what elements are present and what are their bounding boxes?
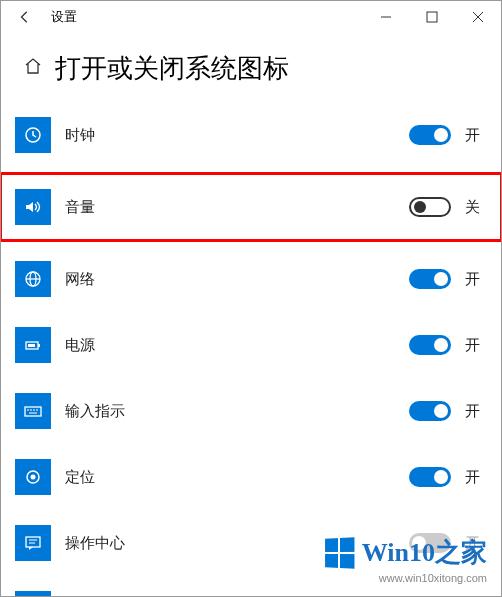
maximize-button[interactable] bbox=[409, 1, 455, 33]
titlebar: 设置 bbox=[1, 1, 501, 33]
toggle-state-label: 开 bbox=[465, 270, 487, 289]
setting-row-power: 电源开 bbox=[15, 320, 487, 370]
watermark-brand: Win10之家 bbox=[362, 535, 487, 570]
setting-row-location: 定位开 bbox=[15, 452, 487, 502]
toggle-state-label: 开 bbox=[465, 402, 487, 421]
toggle-state-label: 开 bbox=[465, 126, 487, 145]
back-button[interactable] bbox=[9, 1, 41, 33]
setting-row-network: 网络开 bbox=[15, 254, 487, 304]
toggle-state-label: 关 bbox=[465, 198, 487, 217]
toggle-state-label: 开 bbox=[465, 336, 487, 355]
minimize-button[interactable] bbox=[363, 1, 409, 33]
home-icon[interactable] bbox=[23, 56, 43, 81]
toggle-power[interactable] bbox=[409, 335, 451, 355]
watermark-url: www.win10xitong.com bbox=[324, 572, 487, 584]
setting-label: 输入指示 bbox=[65, 402, 125, 421]
svg-rect-19 bbox=[26, 537, 40, 547]
action-center-icon bbox=[15, 525, 51, 561]
location-icon bbox=[15, 459, 51, 495]
setting-row-touch-keyboard: 触摸键盘 bbox=[15, 584, 487, 597]
settings-list: 时钟开音量关网络开电源开输入指示开定位开操作中心开触摸键盘 bbox=[1, 110, 501, 597]
svg-rect-9 bbox=[38, 344, 40, 347]
input-indicator-icon bbox=[15, 393, 51, 429]
svg-rect-11 bbox=[25, 407, 41, 416]
network-icon bbox=[15, 261, 51, 297]
svg-rect-1 bbox=[427, 12, 437, 22]
window-title: 设置 bbox=[51, 8, 77, 26]
setting-label: 电源 bbox=[65, 336, 95, 355]
page-header: 打开或关闭系统图标 bbox=[1, 33, 501, 110]
touch-keyboard-icon bbox=[15, 591, 51, 597]
svg-rect-10 bbox=[28, 344, 35, 347]
windows-logo-icon bbox=[325, 537, 354, 569]
setting-row-volume: 音量关 bbox=[3, 176, 499, 238]
volume-icon bbox=[15, 189, 51, 225]
setting-row-input-indicator: 输入指示开 bbox=[15, 386, 487, 436]
setting-label: 网络 bbox=[65, 270, 95, 289]
svg-point-18 bbox=[31, 475, 36, 480]
close-button[interactable] bbox=[455, 1, 501, 33]
toggle-location[interactable] bbox=[409, 467, 451, 487]
toggle-volume[interactable] bbox=[409, 197, 451, 217]
page-title: 打开或关闭系统图标 bbox=[55, 51, 289, 86]
setting-label: 操作中心 bbox=[65, 534, 125, 553]
toggle-state-label: 开 bbox=[465, 468, 487, 487]
setting-row-clock: 时钟开 bbox=[15, 110, 487, 160]
power-icon bbox=[15, 327, 51, 363]
setting-label: 时钟 bbox=[65, 126, 95, 145]
setting-label: 音量 bbox=[65, 198, 95, 217]
toggle-clock[interactable] bbox=[409, 125, 451, 145]
toggle-input-indicator[interactable] bbox=[409, 401, 451, 421]
toggle-network[interactable] bbox=[409, 269, 451, 289]
clock-icon bbox=[15, 117, 51, 153]
watermark: Win10之家 www.win10xitong.com bbox=[324, 535, 487, 584]
setting-label: 定位 bbox=[65, 468, 95, 487]
